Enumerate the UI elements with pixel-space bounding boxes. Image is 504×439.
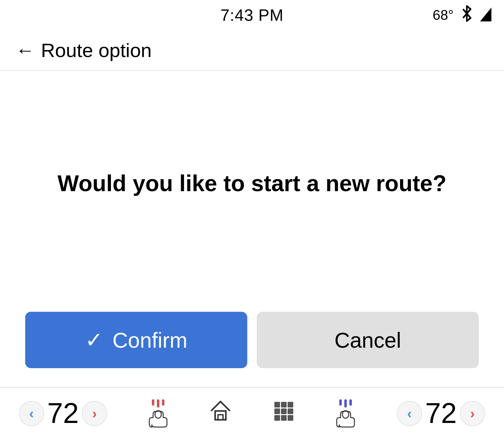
cancel-button[interactable]: Cancel xyxy=(257,312,479,368)
steam-foot-left-icon xyxy=(149,399,168,428)
chevron-right-icon: › xyxy=(92,406,97,421)
svg-rect-5 xyxy=(281,402,287,408)
svg-marker-0 xyxy=(480,8,491,21)
grid-icon[interactable] xyxy=(273,401,295,426)
bluetooth-icon xyxy=(460,5,474,26)
svg-rect-8 xyxy=(281,408,287,414)
status-right: 68° xyxy=(432,5,491,26)
nav-grid-group xyxy=(273,401,295,426)
svg-point-13 xyxy=(342,411,349,418)
back-arrow-icon: ← xyxy=(16,41,35,60)
svg-rect-12 xyxy=(288,415,293,421)
nav-right-next-button[interactable]: › xyxy=(460,401,485,426)
button-area: ✓ Confirm Cancel xyxy=(0,296,504,387)
nav-left-number: 72 xyxy=(47,397,79,430)
main-content: Would you like to start a new route? xyxy=(0,71,504,296)
svg-rect-9 xyxy=(288,408,293,414)
svg-rect-11 xyxy=(281,415,287,421)
nav-steam-right-group xyxy=(336,399,355,428)
chevron-right-icon-2: › xyxy=(470,406,475,421)
status-time: 7:43 PM xyxy=(220,6,284,25)
cancel-label: Cancel xyxy=(335,328,401,352)
back-button[interactable]: ← Route option xyxy=(16,39,152,61)
home-icon[interactable] xyxy=(209,400,232,427)
question-text: Would you like to start a new route? xyxy=(58,169,447,198)
nav-home-group xyxy=(209,400,232,427)
svg-rect-7 xyxy=(274,408,280,414)
bottom-nav: ‹ 72 › xyxy=(0,387,504,439)
nav-left-prev-button[interactable]: ‹ xyxy=(19,401,44,426)
svg-rect-4 xyxy=(274,402,280,408)
page-title: Route option xyxy=(41,39,152,61)
nav-left-group: ‹ 72 › xyxy=(19,397,107,430)
status-temperature: 68° xyxy=(432,7,454,23)
nav-steam-left-group xyxy=(149,399,168,428)
header: ← Route option xyxy=(0,30,504,71)
chevron-left-icon: ‹ xyxy=(29,406,34,421)
svg-rect-6 xyxy=(288,402,293,408)
status-bar: 7:43 PM 68° xyxy=(0,0,504,30)
confirm-button[interactable]: ✓ Confirm xyxy=(25,312,247,368)
steam-foot-right-icon xyxy=(336,399,355,428)
nav-right-number: 72 xyxy=(425,397,457,430)
checkmark-icon: ✓ xyxy=(85,328,103,352)
signal-icon xyxy=(480,8,491,23)
nav-left-next-button[interactable]: › xyxy=(82,401,107,426)
nav-right-group: ‹ 72 › xyxy=(397,397,485,430)
svg-rect-10 xyxy=(274,415,280,421)
nav-right-prev-button[interactable]: ‹ xyxy=(397,401,422,426)
svg-point-1 xyxy=(155,411,161,418)
chevron-left-icon-2: ‹ xyxy=(407,406,412,421)
confirm-label: Confirm xyxy=(112,328,187,352)
